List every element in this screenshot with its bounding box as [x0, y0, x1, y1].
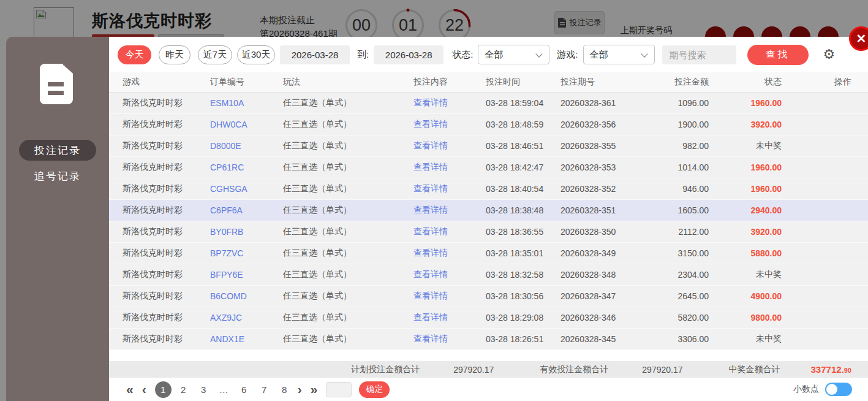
cell-status: 1960.00: [709, 98, 782, 108]
page-button-7[interactable]: 7: [256, 381, 273, 398]
page-button-3[interactable]: 3: [195, 381, 212, 398]
view-details-link[interactable]: 查看详情: [413, 334, 486, 345]
view-details-link[interactable]: 查看详情: [413, 183, 486, 194]
cell-order-link[interactable]: ANDX1E: [210, 334, 283, 344]
cell-order-link[interactable]: D8000E: [210, 141, 283, 151]
date-to-label: 到:: [357, 49, 369, 61]
filter-today-button[interactable]: 今天: [118, 45, 151, 64]
prev-page-button[interactable]: ‹: [142, 382, 146, 397]
cell-game: 斯洛伐克时时彩: [123, 334, 210, 345]
col-time: 投注时间: [486, 77, 560, 88]
goto-page-input[interactable]: [326, 382, 352, 397]
table-row: 斯洛伐克时时彩 ESM10A 任三直选（单式） 查看详情 03-28 18:59…: [109, 93, 868, 114]
cell-period: 20260328-348: [560, 270, 654, 280]
date-from-input[interactable]: [280, 45, 350, 64]
status-label: 状态:: [452, 49, 473, 61]
cell-amount: 946.00: [654, 184, 709, 194]
view-details-link[interactable]: 查看详情: [413, 269, 486, 280]
view-details-link[interactable]: 查看详情: [413, 248, 486, 259]
cell-order-link[interactable]: CP61RC: [210, 162, 283, 172]
cell-time: 03-28 18:29:08: [486, 313, 560, 323]
cell-order-link[interactable]: ESM10A: [210, 98, 283, 108]
game-select[interactable]: 全部: [583, 45, 655, 64]
view-details-link[interactable]: 查看详情: [413, 119, 486, 130]
cell-period: 20260328-345: [560, 334, 654, 344]
cell-status: 5880.00: [709, 248, 782, 258]
cell-game: 斯洛伐克时时彩: [123, 312, 210, 323]
cell-play: 任三直选（单式）: [283, 312, 413, 323]
page-button-2[interactable]: 2: [175, 381, 192, 398]
view-details-link[interactable]: 查看详情: [413, 226, 486, 237]
page-button-1[interactable]: 1: [155, 381, 172, 398]
win-total-label: 中奖金额合计: [729, 364, 780, 375]
filter-30days-button[interactable]: 近30天: [237, 45, 275, 64]
cell-time: 03-28 18:26:51: [486, 334, 560, 344]
col-action: 操作: [782, 77, 851, 88]
modal-sidebar: 投注记录 追号记录: [6, 37, 109, 401]
cell-period: 20260328-351: [560, 205, 654, 215]
table-row: 斯洛伐克时时彩 BFPY6E 任三直选（单式） 查看详情 03-28 18:32…: [109, 264, 868, 286]
sidebar-item-bet-records[interactable]: 投注记录: [19, 140, 96, 161]
cell-play: 任三直选（单式）: [283, 162, 413, 173]
view-details-link[interactable]: 查看详情: [413, 162, 486, 173]
cell-order-link[interactable]: C6PF6A: [210, 205, 283, 215]
cell-order-link[interactable]: B6COMD: [210, 291, 283, 301]
cell-play: 任三直选（单式）: [283, 119, 413, 130]
cell-period: 20260328-347: [560, 291, 654, 301]
cell-amount: 1014.00: [654, 162, 709, 172]
decimal-toggle-group: 小数点: [793, 383, 852, 396]
sidebar-item-chase-records[interactable]: 追号记录: [19, 166, 96, 186]
view-details-link[interactable]: 查看详情: [413, 291, 486, 302]
cell-period: 20260328-361: [560, 98, 654, 108]
view-details-link[interactable]: 查看详情: [413, 97, 486, 109]
page-button-8[interactable]: 8: [276, 381, 293, 398]
gear-icon[interactable]: ⚙: [823, 48, 836, 61]
cell-amount: 1605.00: [654, 205, 709, 215]
first-page-button[interactable]: «: [126, 382, 134, 397]
view-details-link[interactable]: 查看详情: [413, 312, 486, 323]
cell-amount: 3306.00: [654, 334, 709, 344]
table-row: 斯洛伐克时时彩 C6PF6A 任三直选（单式） 查看详情 03-28 18:38…: [109, 200, 868, 221]
cell-game: 斯洛伐克时时彩: [123, 226, 210, 237]
page-button-6[interactable]: 6: [236, 381, 252, 398]
table-body: 斯洛伐克时时彩 ESM10A 任三直选（单式） 查看详情 03-28 18:59…: [109, 93, 868, 350]
cell-period: 20260328-349: [560, 248, 654, 258]
period-search-input[interactable]: [662, 45, 736, 64]
cell-play: 任三直选（单式）: [283, 248, 413, 259]
search-button[interactable]: 查找: [747, 45, 809, 65]
decimal-toggle[interactable]: [825, 383, 852, 396]
decimal-toggle-label: 小数点: [793, 384, 819, 395]
cell-time: 03-28 18:40:54: [486, 184, 560, 194]
cell-amount: 2645.00: [654, 291, 709, 301]
cell-time: 03-28 18:42:47: [486, 162, 560, 172]
table-row: 斯洛伐克时时彩 BP7ZVC 任三直选（单式） 查看详情 03-28 18:35…: [109, 243, 868, 264]
status-select[interactable]: 全部: [478, 45, 549, 64]
view-details-link[interactable]: 查看详情: [413, 205, 486, 216]
bet-records-modal: 投注记录 追号记录 ✕ 今天 昨天 近7天 近30天 到: 状态: 全部 游戏:…: [6, 37, 868, 401]
chevron-down-icon: [536, 50, 543, 57]
filter-yesterday-button[interactable]: 昨天: [159, 45, 191, 64]
cell-order-link[interactable]: BY0FRB: [210, 227, 283, 237]
cell-play: 任三直选（单式）: [283, 269, 413, 280]
valid-total-label: 有效投注金额合计: [540, 364, 608, 375]
cell-order-link[interactable]: BFPY6E: [210, 270, 283, 280]
col-status: 状态: [709, 77, 782, 88]
date-to-input[interactable]: [374, 45, 443, 64]
cell-order-link[interactable]: DHW0CA: [210, 120, 283, 129]
cell-period: 20260328-352: [560, 184, 654, 194]
view-details-link[interactable]: 查看详情: [413, 140, 486, 151]
win-total-value: 337712.90: [811, 364, 851, 375]
cell-period: 20260328-353: [560, 162, 654, 172]
page-button-…[interactable]: …: [216, 381, 232, 398]
summary-bar: 计划投注金额合计 297920.17 有效投注金额合计 297920.17 中奖…: [109, 361, 868, 378]
cell-order-link[interactable]: BP7ZVC: [210, 248, 283, 258]
cell-play: 任三直选（单式）: [283, 334, 413, 345]
cell-status: 9800.00: [709, 313, 782, 323]
cell-order-link[interactable]: AXZ9JC: [210, 313, 283, 323]
filter-7days-button[interactable]: 近7天: [198, 45, 232, 64]
goto-confirm-button[interactable]: 确定: [359, 381, 390, 398]
last-page-button[interactable]: »: [311, 382, 318, 397]
cell-order-link[interactable]: CGHSGA: [210, 184, 283, 194]
next-page-button[interactable]: ›: [298, 382, 302, 397]
game-select-value: 全部: [590, 49, 608, 61]
